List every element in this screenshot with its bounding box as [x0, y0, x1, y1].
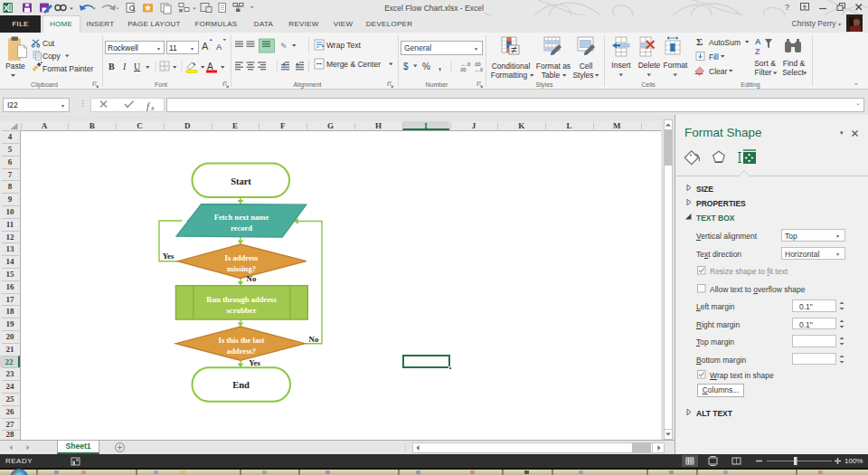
svg-text:,: ,: [439, 61, 441, 71]
svg-text:AutoSum: AutoSum: [709, 38, 741, 47]
svg-text:Format Painter: Format Painter: [42, 64, 93, 73]
svg-text:Formatting: Formatting: [491, 71, 528, 80]
svg-text:Table: Table: [542, 71, 561, 80]
svg-text:scrubber: scrubber: [227, 306, 257, 315]
svg-text:Yes: Yes: [249, 358, 260, 367]
svg-text:missing?: missing?: [227, 264, 256, 273]
svg-text:Is address: Is address: [225, 253, 259, 262]
svg-text:%: %: [422, 62, 430, 71]
svg-text:?: ?: [785, 3, 789, 12]
svg-text:Delete: Delete: [638, 61, 661, 70]
svg-text:address?: address?: [227, 347, 256, 356]
svg-text:I: I: [122, 62, 127, 71]
svg-text:A: A: [755, 37, 761, 46]
svg-text:Z: Z: [755, 47, 760, 56]
svg-text:x: x: [150, 104, 155, 112]
svg-text:A: A: [207, 62, 213, 71]
svg-text:record: record: [231, 223, 252, 233]
svg-text:Format: Format: [664, 61, 689, 70]
svg-text:Cut: Cut: [42, 39, 55, 48]
svg-text:Filter: Filter: [755, 68, 772, 77]
svg-text:Yes: Yes: [163, 252, 175, 261]
svg-text:Wrap Text: Wrap Text: [326, 41, 362, 50]
svg-text:.00: .00: [459, 67, 467, 72]
svg-text:Σ: Σ: [696, 36, 703, 47]
svg-text:Copy: Copy: [42, 52, 61, 61]
svg-text:Merge & Center: Merge & Center: [326, 60, 381, 69]
svg-text:Select: Select: [782, 68, 804, 77]
svg-text:$: $: [403, 62, 409, 71]
svg-text:Paste: Paste: [5, 62, 25, 71]
svg-text:A: A: [216, 42, 222, 52]
svg-text:Is this the last: Is this the last: [219, 336, 265, 345]
svg-text:Fill: Fill: [709, 52, 719, 62]
svg-text:Clear: Clear: [709, 67, 727, 76]
svg-text:Sort &: Sort &: [754, 59, 776, 68]
svg-text:Conditional: Conditional: [492, 62, 531, 71]
svg-text:✎: ✎: [280, 42, 288, 51]
svg-text:No: No: [309, 335, 319, 344]
svg-text:U: U: [134, 62, 141, 71]
svg-text:Run through address: Run through address: [206, 295, 277, 304]
svg-text:Insert: Insert: [611, 61, 631, 70]
svg-text:Start: Start: [231, 176, 251, 186]
svg-text:End: End: [232, 380, 250, 390]
svg-text:Fetch next name: Fetch next name: [214, 213, 269, 222]
svg-text:Format as: Format as: [536, 62, 571, 71]
svg-text:No: No: [247, 274, 257, 283]
svg-text:Cell: Cell: [580, 62, 593, 71]
svg-text:Styles: Styles: [572, 71, 593, 80]
svg-text:B: B: [108, 62, 115, 71]
svg-text:Find &: Find &: [783, 59, 806, 68]
svg-text:A: A: [202, 41, 209, 52]
svg-text:→.0: →.0: [474, 67, 483, 72]
